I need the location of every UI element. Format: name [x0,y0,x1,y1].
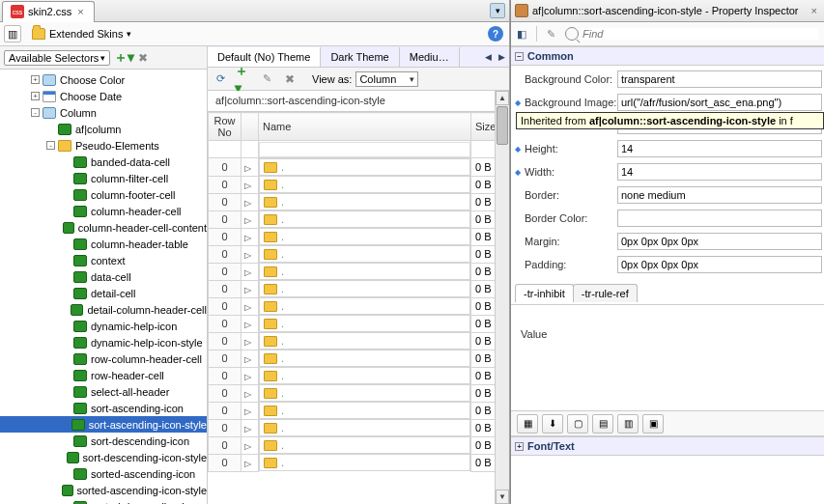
tree-node[interactable]: context [0,252,207,268]
tree-node[interactable]: af|column [0,121,207,137]
edit-pencil-icon[interactable]: ✎ [547,28,555,41]
editor-tab[interactable]: css skin2.css × [2,1,95,22]
property-value-input[interactable] [617,94,822,111]
table-row[interactable]: 0▷.0 B [209,436,509,454]
tree-node[interactable]: +Choose Color [0,71,207,88]
footer-btn-6[interactable]: ▣ [642,414,664,434]
cell-expand[interactable]: ▷ [242,245,259,263]
cell-expand[interactable]: ▷ [242,315,259,332]
expand-icon[interactable]: + [31,75,40,84]
cell-expand[interactable]: ▷ [242,384,259,402]
tree-node[interactable]: row-header-cell [0,367,207,383]
close-icon[interactable]: × [75,6,85,17]
tree-node[interactable]: sort-ascending-icon-style [0,416,207,433]
tree-node[interactable]: sorted-descending-icon [0,498,207,504]
add-icon[interactable]: ＋▾ [235,70,252,88]
cell-expand[interactable]: ▷ [242,297,259,315]
cell-expand[interactable]: ▷ [242,228,259,245]
cell-expand[interactable]: ▷ [242,367,259,384]
delete-icon[interactable]: ✖ [281,70,298,88]
property-value-input[interactable] [617,163,822,181]
table-row[interactable]: 0▷.0 B [209,350,509,367]
add-selector-button[interactable]: ＋▾ [114,49,134,67]
property-inspector-tab[interactable]: af|column::sort-ascending-icon-style - P… [511,0,824,22]
refresh-icon[interactable]: ⟳ [212,70,229,88]
edit-icon[interactable]: ✎ [258,70,275,88]
scroll-thumb[interactable] [497,106,508,145]
tree-node[interactable]: column-header-cell-content [0,219,207,236]
scroll-up-icon[interactable]: ▲ [496,91,509,105]
cell-expand[interactable]: ▷ [242,419,259,436]
cell-expand[interactable]: ▷ [242,454,259,471]
cell-expand[interactable]: ▷ [242,210,259,228]
footer-btn-2[interactable]: ⬇ [542,414,563,434]
cell-expand[interactable]: ▷ [242,402,259,419]
footer-btn-5[interactable]: ▥ [617,414,639,434]
tree-node[interactable]: banded-data-cell [0,154,207,170]
tree-node[interactable]: select-all-header [0,383,207,400]
table-row[interactable]: 0▷.0 B [209,263,509,280]
tree-node[interactable]: dynamic-help-icon [0,318,207,334]
scroll-tabs-left[interactable]: ◀ [482,50,494,64]
tree-node[interactable]: detail-cell [0,285,207,301]
property-value-input[interactable] [617,233,822,250]
find-input[interactable] [582,28,818,40]
cell-expand[interactable]: ▷ [242,280,259,297]
tab-tr-inhibit[interactable]: -tr-inhibit [515,284,574,302]
toggle-view-icon[interactable]: ◧ [517,28,526,41]
property-value-input[interactable] [617,70,822,88]
table-row[interactable]: 0▷.0 B [209,193,509,210]
table-row[interactable]: 0▷.0 B [209,297,509,315]
layout-toggle-button[interactable]: ▥ [4,25,21,42]
selector-tree[interactable]: +Choose Color+Choose Date-Columnaf|colum… [0,70,207,504]
table-row[interactable]: 0▷.0 B [209,367,509,384]
table-row[interactable]: 0▷.0 B [209,158,509,177]
cell-expand[interactable]: ▷ [242,350,259,367]
col-header-rowno[interactable]: Row No [209,113,242,141]
preview-scrollbar[interactable]: ▲ ▼ [495,91,509,504]
tree-node[interactable]: sort-ascending-icon [0,400,207,416]
tree-node[interactable]: +Choose Date [0,88,207,104]
table-row[interactable]: 0▷.0 B [209,454,509,471]
tree-node[interactable]: detail-column-header-cell [0,301,207,318]
tree-node[interactable]: column-filter-cell [0,170,207,186]
collapse-icon[interactable]: - [31,108,40,117]
scroll-down-icon[interactable]: ▼ [496,490,509,504]
tree-node[interactable]: sorted-ascending-icon-style [0,482,207,498]
scroll-tabs-right[interactable]: ▶ [496,50,507,64]
table-row[interactable]: 0▷.0 B [209,228,509,245]
tree-node[interactable]: data-cell [0,268,207,285]
table-row[interactable]: 0▷.0 B [209,384,509,402]
tree-node[interactable]: dynamic-help-icon-style [0,334,207,350]
property-value-input[interactable] [617,140,822,157]
extended-skins-dropdown[interactable]: Extended Skins ▾ [25,25,138,42]
cell-expand[interactable]: ▷ [242,193,259,210]
col-header-name[interactable]: Name [259,113,471,141]
footer-btn-3[interactable]: ▢ [567,414,588,434]
expand-icon[interactable]: + [515,442,524,451]
table-row[interactable]: 0▷.0 B [209,332,509,350]
filter-name-input[interactable] [259,142,470,157]
table-row[interactable]: 0▷.0 B [209,402,509,419]
table-row[interactable]: 0▷.0 B [209,419,509,436]
section-common[interactable]: − Common [511,46,824,66]
tree-node[interactable]: sort-descending-icon-style [0,449,207,465]
tree-node[interactable]: -Pseudo-Elements [0,137,207,154]
cell-expand[interactable]: ▷ [242,436,259,454]
close-icon[interactable]: × [809,5,820,16]
tree-node[interactable]: column-footer-cell [0,186,207,203]
property-value-input[interactable] [617,210,822,227]
help-icon[interactable]: ? [488,26,503,42]
collapse-icon[interactable]: − [515,52,524,61]
property-value-input[interactable] [617,186,822,204]
theme-tab-medium[interactable]: Medium … [400,47,460,67]
table-row[interactable]: 0▷.0 B [209,315,509,332]
collapse-icon[interactable]: - [46,141,55,150]
table-row[interactable]: 0▷.0 B [209,176,509,193]
table-row[interactable]: 0▷.0 B [209,245,509,263]
cell-expand[interactable]: ▷ [242,176,259,193]
footer-btn-4[interactable]: ▤ [592,414,613,434]
cell-expand[interactable]: ▷ [242,263,259,280]
tree-node[interactable]: row-column-header-cell [0,350,207,367]
available-selectors-dropdown[interactable]: Available Selectors ▾ [4,50,110,66]
